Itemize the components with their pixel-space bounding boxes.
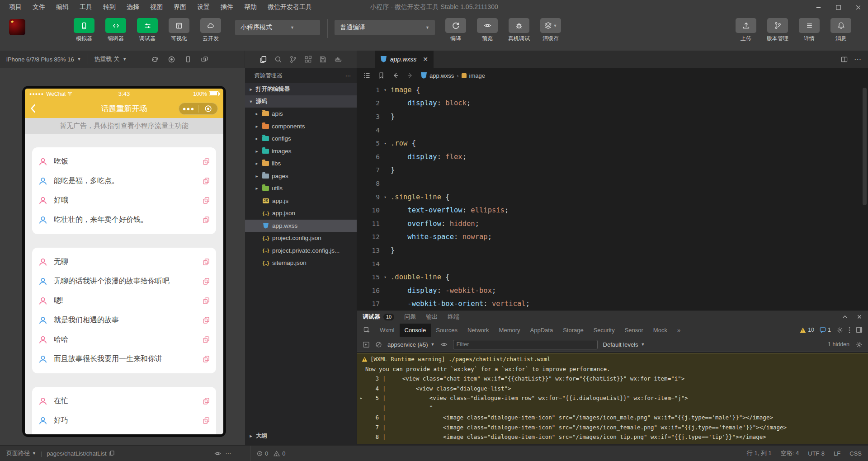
devtools-tab-Security[interactable]: Security bbox=[589, 324, 620, 337]
toolbar-button-详情[interactable]: 详情 bbox=[797, 18, 822, 42]
outline-list-icon[interactable] bbox=[363, 72, 371, 79]
copy-icon[interactable] bbox=[203, 297, 210, 305]
kebab-menu-icon[interactable] bbox=[849, 327, 850, 334]
toolbar-button-版本管理[interactable]: 版本管理 bbox=[765, 18, 790, 42]
devtools-tab-Sources[interactable]: Sources bbox=[431, 324, 462, 337]
devtools-tab-AppData[interactable]: AppData bbox=[525, 324, 558, 337]
console-settings-gear-icon[interactable] bbox=[856, 341, 863, 348]
page-path-select[interactable]: 页面路径 ▼ bbox=[6, 449, 36, 457]
console-output[interactable]: [WXML Runtime warning] ./pages/chatList/… bbox=[357, 353, 868, 455]
log-levels-select[interactable]: Default levels ▼ bbox=[603, 341, 645, 348]
copy-icon[interactable] bbox=[203, 417, 210, 424]
hot-reload-toggle[interactable]: 热重载 关 bbox=[94, 55, 120, 63]
toolbar-button-真机调试[interactable]: 真机调试 bbox=[506, 18, 532, 42]
copy-icon[interactable] bbox=[203, 158, 210, 165]
toolbar-button-消息[interactable]: 消息 bbox=[828, 18, 854, 42]
tree-item-project.config.json[interactable]: {..}project.config.json bbox=[245, 232, 357, 245]
mode-select[interactable]: 小程序模式 ▼ bbox=[235, 20, 320, 35]
maximize-icon[interactable] bbox=[828, 0, 848, 14]
console-filter-input[interactable] bbox=[453, 340, 598, 349]
files-icon[interactable] bbox=[259, 56, 267, 63]
menu-帮助[interactable]: 帮助 bbox=[240, 2, 261, 13]
section-source[interactable]: ▾ 源码 bbox=[245, 95, 357, 108]
rotate-icon[interactable] bbox=[151, 56, 159, 63]
tree-item-app.wxss[interactable]: app.wxss bbox=[245, 220, 357, 232]
tree-item-libs[interactable]: ▸libs bbox=[245, 157, 357, 170]
menu-转到[interactable]: 转到 bbox=[99, 2, 120, 13]
save-icon[interactable] bbox=[319, 56, 327, 63]
devtools-tab-Wxml[interactable]: Wxml bbox=[375, 324, 400, 337]
copy-icon[interactable] bbox=[203, 278, 210, 285]
record-target-icon[interactable] bbox=[198, 105, 217, 113]
more-actions-icon[interactable]: ⋯ bbox=[226, 450, 231, 457]
status--4[interactable]: 空格: 4 bbox=[781, 449, 799, 457]
tab-app-wxss[interactable]: app.wxss ✕ bbox=[375, 51, 434, 68]
project-avatar[interactable] bbox=[9, 19, 25, 35]
back-arrow-icon[interactable] bbox=[392, 72, 399, 79]
back-chevron-icon[interactable] bbox=[30, 103, 36, 113]
copy-icon[interactable] bbox=[203, 397, 210, 405]
panel-tab-输出[interactable]: 输出 bbox=[426, 313, 438, 321]
editor-scrollbar[interactable] bbox=[863, 88, 867, 205]
tree-item-apis[interactable]: ▸apis bbox=[245, 108, 357, 120]
toolbar-button-编辑器[interactable]: 编辑器 bbox=[103, 18, 128, 42]
copy-icon[interactable] bbox=[203, 258, 210, 266]
devtools-tab-Network[interactable]: Network bbox=[462, 324, 494, 337]
devtools-tab-Mock[interactable]: Mock bbox=[648, 324, 672, 337]
tree-item-app.js[interactable]: JSapp.js bbox=[245, 195, 357, 207]
more-actions-icon[interactable]: ⋯ bbox=[345, 72, 352, 79]
fold-chevron-icon[interactable]: ▾ bbox=[380, 88, 391, 92]
menu-编辑[interactable]: 编辑 bbox=[52, 2, 73, 13]
warnings-count[interactable]: 10 bbox=[800, 327, 814, 333]
eye-icon[interactable] bbox=[214, 451, 221, 456]
copy-icon[interactable] bbox=[203, 216, 210, 224]
devtools-tab-Storage[interactable]: Storage bbox=[558, 324, 589, 337]
fold-chevron-icon[interactable]: ▾ bbox=[380, 195, 391, 199]
copy-icon[interactable] bbox=[203, 355, 210, 363]
devtools-tab-Console[interactable]: Console bbox=[400, 324, 431, 337]
close-icon[interactable] bbox=[856, 314, 863, 320]
device-select[interactable]: iPhone 6/7/8 Plus 85% 16 bbox=[6, 56, 74, 63]
toolbar-button-清缓存[interactable]: ▼清缓存 bbox=[538, 18, 563, 42]
phone-landscape-icon[interactable] bbox=[201, 56, 208, 63]
menu-工具[interactable]: 工具 bbox=[75, 2, 97, 13]
errors-count[interactable]: 0 bbox=[257, 450, 268, 457]
tree-item-utils[interactable]: ▸utils bbox=[245, 182, 357, 195]
expand-arrow-icon[interactable]: ▸ bbox=[357, 395, 365, 400]
toolbar-button-编译[interactable]: 编译 bbox=[443, 18, 468, 42]
toolbar-button-可视化[interactable]: 可视化 bbox=[166, 18, 192, 42]
devtools-tab-Sensor[interactable]: Sensor bbox=[620, 324, 648, 337]
more-actions-icon[interactable]: ⋯ bbox=[854, 55, 862, 64]
close-icon[interactable] bbox=[848, 0, 868, 14]
menu-视图[interactable]: 视图 bbox=[146, 2, 167, 13]
menu-文件[interactable]: 文件 bbox=[28, 2, 50, 13]
tree-item-images[interactable]: ▸images bbox=[245, 145, 357, 158]
git-icon[interactable] bbox=[289, 56, 297, 63]
search-icon[interactable] bbox=[274, 56, 282, 63]
copy-icon[interactable] bbox=[203, 197, 210, 204]
page-path-value[interactable]: pages/chatList/chatList bbox=[47, 450, 114, 457]
status--1-1[interactable]: 行 1, 列 1 bbox=[747, 449, 772, 457]
phone-portrait-icon[interactable] bbox=[184, 56, 192, 63]
breadcrumb-file[interactable]: app.wxss bbox=[429, 72, 454, 79]
copy-icon[interactable] bbox=[203, 336, 210, 343]
menu-微信开发者工具[interactable]: 微信开发者工具 bbox=[263, 2, 316, 13]
toolbar-button-预览[interactable]: 预览 bbox=[475, 18, 500, 42]
fold-chevron-icon[interactable]: ▾ bbox=[380, 141, 391, 146]
status-CSS[interactable]: CSS bbox=[849, 449, 862, 457]
menu-设置[interactable]: 设置 bbox=[193, 2, 214, 13]
dock-side-icon[interactable] bbox=[856, 327, 863, 333]
devtools-tab-Memory[interactable]: Memory bbox=[494, 324, 525, 337]
menu-界面[interactable]: 界面 bbox=[169, 2, 191, 13]
panel-tab-问题[interactable]: 问题 bbox=[404, 313, 416, 321]
tree-item-pages[interactable]: ▸pages bbox=[245, 170, 357, 183]
tree-item-project.private.config.js...[interactable]: {..}project.private.config.js... bbox=[245, 245, 357, 257]
toolbar-button-上传[interactable]: 上传 bbox=[733, 18, 759, 42]
forward-arrow-icon[interactable] bbox=[406, 72, 414, 79]
section-open-editors[interactable]: ▸ 打开的编辑器 bbox=[245, 83, 357, 95]
bookmark-icon[interactable] bbox=[378, 72, 385, 79]
menu-选择[interactable]: 选择 bbox=[122, 2, 144, 13]
copy-icon[interactable] bbox=[203, 177, 210, 185]
minimize-icon[interactable] bbox=[808, 0, 828, 14]
toolbar-button-模拟器[interactable]: 模拟器 bbox=[71, 18, 97, 42]
